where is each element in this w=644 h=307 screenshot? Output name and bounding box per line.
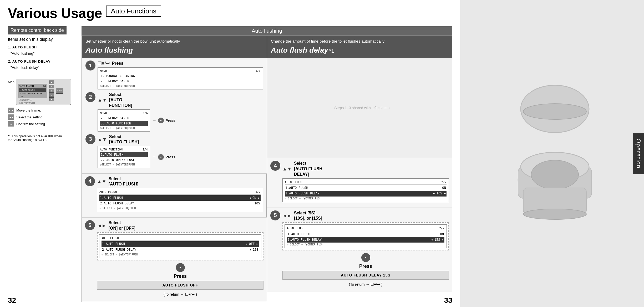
main-content: Various Usage Auto Functions Remote cont…	[0, 0, 460, 307]
step-3-hint: ◎SELECT ⇒ [●ENTER]PUSH	[100, 163, 148, 167]
step-4-right-content: ▲▼ Select [AUTO FLUSH DELAY] AUTO FLUSH2…	[282, 161, 449, 202]
step-3-screen-row: AUTO FUNCTION1/4 1.AUTO FLUSH 2. AUTO OP…	[98, 146, 263, 168]
item-2-label: AUTO FLUSH DELAY	[12, 59, 51, 63]
arrow-3: →	[152, 154, 156, 160]
svg-point-5	[531, 160, 579, 189]
svg-point-1	[523, 104, 586, 119]
press-label-right: Press	[359, 264, 372, 269]
step-5-right-screen: AUTO FLUSH2/2 1.AUTO FLUSHON 2.AUTO FLUS…	[285, 224, 447, 248]
press-circle-lg-left[interactable]: ●	[176, 263, 185, 272]
return-line-left: (To return → ☐≡/↩ )	[164, 292, 197, 296]
press-btn-3[interactable]: ●	[158, 154, 164, 160]
step-5-left-screen: AUTO FLUSH 1.AUTO FLUSH◄ OFF ► 2.AUTO FL…	[99, 234, 261, 258]
step-4-right-screen: AUTO FLUSH2/2 1.AUTO FLUSHON 2.AUTO FLUS…	[282, 178, 449, 202]
step-4-left-combined: 4 ▲▼ Select [AUTO FLUSH] AUTO FLUSH1/2	[85, 176, 263, 212]
step-5-right-content: ◄► Select [5S], [10S], or [15S] AUTO FLU…	[282, 210, 449, 287]
footnote: *1 This operation is not available when …	[8, 134, 76, 142]
step-5-right-press: ● Press AUTO FLUSH DELAY 15S (To return …	[282, 253, 449, 286]
instructions-columns: Set whether or not to clean the bowl uni…	[82, 36, 452, 302]
up-down-icon-2: ▲▼	[98, 97, 107, 103]
right-sidebar: Operation	[460, 0, 644, 307]
instructions-area: Auto flushing Set whether or not to clea…	[82, 26, 452, 302]
step-1-hint: ◎SELECT ⇒ [●ENTER]PUSH	[100, 84, 261, 88]
step-5-right-hint: ☆ SELECT ⇒ [●ENTER]PUSH	[287, 243, 444, 247]
step-1-line2: 2. ENERGY SAVER	[100, 79, 261, 84]
step-4-right: 4 ▲▼ Select [AUTO FLUSH DELAY] AUTO FLUS…	[267, 158, 452, 207]
step-5-right-row1: 1.AUTO FLUSHON	[287, 231, 444, 237]
remote-btn-right[interactable]: ►	[49, 93, 54, 97]
step-1-action: ☐≡/↩ Press	[98, 61, 263, 66]
col-right-header-text: Change the amount of time before the toi…	[271, 38, 448, 44]
confirm-label: Confirm the setting.	[16, 122, 46, 126]
page-title: Various Usage	[8, 5, 102, 21]
press-circle-lg-right[interactable]: ●	[361, 253, 370, 262]
page-number-left: 32	[8, 296, 16, 305]
step-5-left-header: AUTO FLUSH	[102, 236, 259, 241]
step-2-screen-row: MENU3/6 2. ENERGY SAVER 3. AUTO FUNCTION…	[98, 109, 263, 132]
item-1-quote: "Auto flushing"	[11, 51, 34, 56]
step-4-right-header: AUTO FLUSH2/2	[285, 180, 447, 185]
step-1-line1: 1. MANUAL CLEANING	[100, 73, 261, 79]
step-5-right-header: AUTO FLUSH2/2	[287, 226, 444, 231]
step-5-right-circle: 5	[270, 210, 280, 220]
move-label: Move the frame.	[16, 108, 41, 112]
col-left-header-text: Set whether or not to clean the bowl uni…	[85, 38, 263, 44]
item-2-quote: "Auto flush delay"	[11, 66, 39, 70]
step-4-left-header: AUTO FLUSH1/2	[99, 190, 261, 195]
step-4-left-content: ▲▼ Select [AUTO FLUSH] AUTO FLUSH1/2 1.A…	[97, 176, 263, 212]
up-down-icon-4l: ▲▼	[97, 179, 107, 184]
col-left-title: Auto flushing	[85, 45, 263, 55]
step-3-action: ▲▼ Select [AUTO FLUSH]	[98, 134, 263, 145]
item-1-number: 1.	[8, 45, 12, 49]
result-box-left: AUTO FLUSH OFF	[97, 281, 263, 290]
remote-panel-items: 1. AUTO FLUSH "Auto flushing" 2. AUTO FL…	[8, 44, 76, 71]
confirm-icon: ●	[8, 121, 14, 127]
item-1: 1. AUTO FLUSH "Auto flushing"	[8, 44, 76, 57]
step-5-left-combined: 5 ◄► Select [ON] or [OFF] AUTO FLUSH	[85, 220, 263, 296]
press-text-3: Press	[165, 155, 175, 159]
step-5-right-combined: 5 ◄► Select [5S], [10S], or [15S] AU	[270, 210, 449, 287]
step-5-left-row2: 2.AUTO FLUSH DELAY◄ 10S	[102, 247, 259, 253]
remote-box-row: AUTO FLUSH1/2 1. AUTO FLUSH 2. AUTO FLUS…	[18, 80, 69, 101]
step-3: 3 ▲▼ Select [AUTO FLUSH] AUTO FUNCTI	[85, 134, 263, 168]
col-right: Change the amount of time before the toi…	[267, 36, 452, 302]
item-1-label: AUTO FLUSH	[12, 45, 37, 49]
press-btn-2[interactable]: ●	[158, 118, 164, 123]
step-2-screen: MENU3/6 2. ENERGY SAVER 3. AUTO FUNCTION…	[98, 109, 150, 132]
col-left-header: Set whether or not to clean the bowl uni…	[82, 36, 267, 58]
remote-btn-down[interactable]: ▼	[49, 97, 54, 101]
col-left: Set whether or not to clean the bowl uni…	[82, 36, 267, 302]
step-4-right-row2: 2.AUTO FLUSH DELAY◄ 10S ►	[285, 191, 447, 196]
step-5-left: 5 ◄► Select [ON] or [OFF] AUTO FLUSH	[82, 217, 267, 302]
step-5-left-content: ◄► Select [ON] or [OFF] AUTO FLUSH	[97, 220, 263, 296]
confirm-label-row: ● Confirm the setting.	[8, 121, 76, 127]
step-4-right-text: Select [AUTO FLUSH DELAY]	[294, 161, 322, 177]
toilet-illustration	[500, 62, 605, 246]
press-text-2: Press	[165, 118, 175, 123]
remote-btn-left[interactable]: ◄	[49, 85, 54, 88]
step-2: 2 ▲▼ Select [AUTO FUNCTION] MENU3/6	[85, 92, 263, 132]
step-2-text: Select [AUTO FUNCTION]	[109, 92, 132, 108]
step-4-right-combined: 4 ▲▼ Select [AUTO FLUSH DELAY] AUTO FLUS…	[270, 161, 449, 202]
lr-icon: ◄●	[8, 114, 14, 120]
arrow-2: →	[152, 118, 156, 123]
step-3-line2: 2. AUTO OPEN/CLOSE	[100, 157, 148, 163]
step-3-screen: AUTO FUNCTION1/4 1.AUTO FLUSH 2. AUTO OP…	[98, 146, 150, 168]
remote-btn-enter[interactable]: ●	[49, 89, 54, 93]
step-5-left-circle: 5	[85, 220, 95, 230]
page-number-right: 33	[444, 296, 452, 305]
step-4-left-circle: 4	[85, 176, 95, 186]
remote-panel-description: Items set on this display	[8, 37, 76, 42]
remote-btn-up[interactable]: ▲	[49, 80, 54, 84]
content-area: Remote control back side Items set on th…	[8, 26, 452, 302]
remote-panel-title: Remote control back side	[8, 26, 67, 34]
menu-btn-icon: ☐≡/↩	[98, 61, 110, 66]
step-4-right-action: ▲▼ Select [AUTO FLUSH DELAY]	[282, 161, 449, 177]
step-3-content: ▲▼ Select [AUTO FLUSH] AUTO FUNCTION1/4 …	[98, 134, 263, 168]
operation-tab: Operation	[633, 133, 644, 174]
asterisk: *1	[329, 47, 334, 54]
item-2: 2. AUTO FLUSH DELAY "Auto flush delay"	[8, 58, 76, 71]
step-2-menu-header: MENU3/6	[100, 111, 148, 115]
menu-return-btn[interactable]: ☐≡/↩	[56, 88, 63, 94]
lr-icon-5r: ◄►	[282, 213, 292, 219]
